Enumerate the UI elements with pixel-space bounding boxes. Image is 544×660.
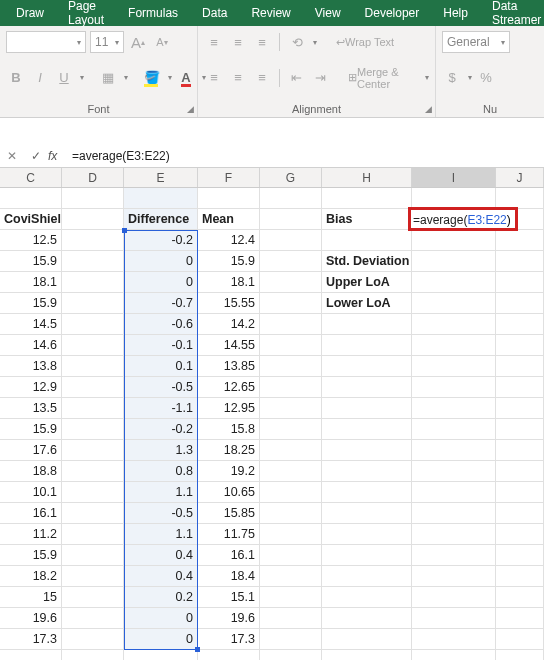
cell[interactable]: 0 xyxy=(124,629,198,650)
cell[interactable] xyxy=(62,230,124,251)
cell[interactable] xyxy=(412,545,496,566)
cell[interactable] xyxy=(412,650,496,660)
cell[interactable] xyxy=(260,545,322,566)
cell[interactable] xyxy=(62,398,124,419)
cell[interactable]: -0.6 xyxy=(124,314,198,335)
cell[interactable] xyxy=(62,356,124,377)
cell[interactable]: 17.6 xyxy=(0,440,62,461)
cell[interactable]: 18.2 xyxy=(0,566,62,587)
cell[interactable] xyxy=(496,524,544,545)
cell[interactable]: 18.4 xyxy=(198,566,260,587)
number-format-select[interactable]: General▾ xyxy=(442,31,510,53)
cell[interactable] xyxy=(496,230,544,251)
cell[interactable] xyxy=(124,188,198,209)
cell[interactable]: CoviShield xyxy=(0,209,62,230)
cell[interactable] xyxy=(322,335,412,356)
cell[interactable]: 18.8 xyxy=(0,461,62,482)
cell[interactable]: Lower LoA xyxy=(322,293,412,314)
cell[interactable]: 18.25 xyxy=(198,440,260,461)
cell[interactable] xyxy=(322,314,412,335)
cell[interactable] xyxy=(412,608,496,629)
cell[interactable] xyxy=(322,461,412,482)
cell[interactable] xyxy=(496,335,544,356)
cell[interactable] xyxy=(496,398,544,419)
cell[interactable]: 19.6 xyxy=(198,608,260,629)
cell[interactable] xyxy=(322,440,412,461)
wrap-text-button[interactable]: ↩ Wrap Text xyxy=(333,31,397,53)
cell[interactable]: -0.2 xyxy=(124,419,198,440)
cell[interactable]: 12.5 xyxy=(0,230,62,251)
cell[interactable] xyxy=(0,188,62,209)
cell[interactable] xyxy=(496,545,544,566)
underline-button[interactable]: U xyxy=(54,67,74,89)
spreadsheet-grid[interactable]: CDEFGHIJ CoviShieldDifferenceMeanBias12.… xyxy=(0,168,544,660)
cell[interactable] xyxy=(62,272,124,293)
cell[interactable]: 1.3 xyxy=(124,440,198,461)
cell[interactable] xyxy=(260,230,322,251)
cell[interactable]: 15.9 xyxy=(198,251,260,272)
cell[interactable] xyxy=(260,419,322,440)
cell[interactable] xyxy=(322,482,412,503)
active-cell-edit[interactable]: =average(E3:E22) xyxy=(408,207,518,231)
cell[interactable]: 14.2 xyxy=(198,314,260,335)
cell[interactable]: 0.4 xyxy=(124,545,198,566)
cell[interactable]: -0.7 xyxy=(124,293,198,314)
increase-font-icon[interactable]: A▴ xyxy=(128,31,148,53)
cell[interactable] xyxy=(496,482,544,503)
cell[interactable] xyxy=(412,230,496,251)
cell[interactable] xyxy=(496,272,544,293)
cell[interactable] xyxy=(62,503,124,524)
cell[interactable]: 12.4 xyxy=(198,230,260,251)
font-name-select[interactable]: ▾ xyxy=(6,31,86,53)
cell[interactable] xyxy=(412,272,496,293)
decrease-font-icon[interactable]: A▾ xyxy=(152,31,172,53)
col-header-C[interactable]: C xyxy=(0,168,62,187)
cell[interactable] xyxy=(412,335,496,356)
cell[interactable]: 0.1 xyxy=(124,356,198,377)
cell[interactable] xyxy=(260,587,322,608)
cell[interactable] xyxy=(322,377,412,398)
cell[interactable] xyxy=(62,566,124,587)
cell[interactable]: 10.65 xyxy=(198,482,260,503)
cell[interactable]: 14.6 xyxy=(0,335,62,356)
ribbon-tab-formulas[interactable]: Formulas xyxy=(116,1,190,25)
cell[interactable]: Difference xyxy=(124,209,198,230)
cell[interactable] xyxy=(322,587,412,608)
cell[interactable] xyxy=(260,440,322,461)
cell[interactable] xyxy=(62,629,124,650)
cell[interactable] xyxy=(412,419,496,440)
cell[interactable] xyxy=(322,629,412,650)
cell[interactable] xyxy=(496,566,544,587)
cell[interactable]: -0.1 xyxy=(124,335,198,356)
align-top-icon[interactable]: ≡ xyxy=(204,31,224,53)
cell[interactable] xyxy=(260,566,322,587)
cell[interactable]: 17.3 xyxy=(198,629,260,650)
cell[interactable]: 15.85 xyxy=(198,503,260,524)
cell[interactable]: 1.1 xyxy=(124,482,198,503)
cell[interactable] xyxy=(322,398,412,419)
cell[interactable]: 15.9 xyxy=(0,293,62,314)
cell[interactable] xyxy=(260,293,322,314)
ribbon-tab-draw[interactable]: Draw xyxy=(4,1,56,25)
cell[interactable]: 15.1 xyxy=(198,587,260,608)
cell[interactable] xyxy=(62,587,124,608)
cell[interactable]: 16.1 xyxy=(198,545,260,566)
cell[interactable]: 13.85 xyxy=(198,356,260,377)
cell[interactable] xyxy=(322,188,412,209)
cell[interactable] xyxy=(62,293,124,314)
cell[interactable] xyxy=(62,545,124,566)
cell[interactable] xyxy=(322,356,412,377)
cell[interactable] xyxy=(62,188,124,209)
cell[interactable] xyxy=(260,398,322,419)
cell[interactable] xyxy=(496,587,544,608)
cell[interactable]: 0.2 xyxy=(124,587,198,608)
align-bottom-icon[interactable]: ≡ xyxy=(252,31,272,53)
cell[interactable] xyxy=(412,629,496,650)
col-header-H[interactable]: H xyxy=(322,168,412,187)
col-header-G[interactable]: G xyxy=(260,168,322,187)
cell[interactable] xyxy=(260,650,322,660)
align-center-icon[interactable]: ≡ xyxy=(228,67,248,89)
cell[interactable]: 16.1 xyxy=(0,503,62,524)
cell[interactable]: 10.1 xyxy=(0,482,62,503)
cell[interactable] xyxy=(496,608,544,629)
